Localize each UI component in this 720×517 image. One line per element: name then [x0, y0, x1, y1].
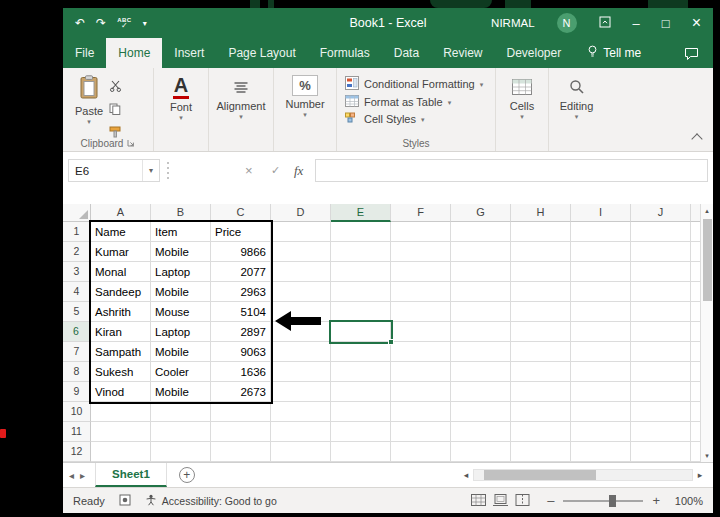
clipboard-dialog-launcher-icon[interactable]: [127, 138, 135, 149]
vertical-scrollbar[interactable]: ▴ ▾: [700, 204, 713, 462]
scroll-up-icon[interactable]: ▴: [701, 204, 713, 217]
name-box[interactable]: E6 ▾: [68, 159, 160, 182]
col-header-F[interactable]: F: [391, 204, 451, 222]
cell-C3[interactable]: 2077: [211, 262, 271, 282]
close-button[interactable]: ×: [692, 15, 701, 31]
qat-customize-icon[interactable]: ▾: [143, 19, 147, 28]
row-header-11[interactable]: 11: [63, 422, 91, 442]
editing-button[interactable]: Editing ▾: [549, 75, 604, 120]
cell-C9[interactable]: 2673: [211, 382, 271, 402]
accessibility-status[interactable]: Accessibility: Good to go: [145, 494, 277, 508]
add-sheet-button[interactable]: +: [179, 467, 195, 483]
row-header-10[interactable]: 10: [63, 402, 91, 422]
cell-styles-button[interactable]: Cell Styles ▾: [345, 112, 495, 126]
row-header-5[interactable]: 5: [63, 302, 91, 322]
number-button[interactable]: % Number ▾: [274, 75, 336, 118]
paste-button[interactable]: Paste ▾: [75, 75, 103, 142]
col-header-G[interactable]: G: [451, 204, 511, 222]
cell-B7[interactable]: Mobile: [151, 342, 211, 362]
copy-icon[interactable]: [109, 101, 122, 119]
cell-C4[interactable]: 2963: [211, 282, 271, 302]
cell-B8[interactable]: Cooler: [151, 362, 211, 382]
zoom-level[interactable]: 100%: [669, 495, 703, 507]
cell-A2[interactable]: Kumar: [91, 242, 151, 262]
zoom-slider-thumb[interactable]: [609, 495, 616, 507]
fill-handle[interactable]: [388, 339, 394, 345]
col-header-A[interactable]: A: [91, 204, 151, 222]
col-header-E[interactable]: E: [331, 204, 391, 222]
tab-insert[interactable]: Insert: [162, 38, 216, 68]
cell-A7[interactable]: Sampath: [91, 342, 151, 362]
horizontal-scroll-track[interactable]: [473, 469, 693, 481]
row-header-8[interactable]: 8: [63, 362, 91, 382]
horizontal-scrollbar[interactable]: ◂ ▸: [459, 468, 707, 482]
tell-me[interactable]: Tell me: [587, 38, 641, 68]
sheet-tab-sheet1[interactable]: Sheet1: [95, 463, 167, 487]
col-header-J[interactable]: J: [631, 204, 691, 222]
user-name[interactable]: NIRMAL: [491, 17, 534, 29]
cell-B1[interactable]: Item: [151, 222, 211, 242]
undo-icon[interactable]: ↶: [75, 16, 85, 30]
tab-page-layout[interactable]: Page Layout: [216, 38, 307, 68]
formula-input[interactable]: [315, 159, 708, 182]
col-header-D[interactable]: D: [271, 204, 331, 222]
cell-B9[interactable]: Mobile: [151, 382, 211, 402]
cut-icon[interactable]: [109, 78, 122, 96]
cell-A3[interactable]: Monal: [91, 262, 151, 282]
maximize-button[interactable]: □: [662, 17, 670, 30]
collapse-ribbon-icon[interactable]: [691, 133, 702, 144]
select-all-corner[interactable]: [63, 204, 91, 222]
cell-C6[interactable]: 2897: [211, 322, 271, 342]
conditional-formatting-button[interactable]: Conditional Formatting ▾: [345, 76, 495, 92]
cell-A4[interactable]: Sandeep: [91, 282, 151, 302]
normal-view-icon[interactable]: [471, 494, 486, 508]
spelling-icon[interactable]: ABC ✓: [117, 17, 132, 30]
col-header-C[interactable]: C: [211, 204, 271, 222]
cell-C1[interactable]: Price: [211, 222, 271, 242]
row-header-7[interactable]: 7: [63, 342, 91, 362]
zoom-slider[interactable]: [563, 500, 643, 502]
page-layout-view-icon[interactable]: [493, 494, 508, 508]
selected-cell-E6[interactable]: [329, 320, 393, 344]
row-header-6[interactable]: 6: [63, 322, 91, 342]
scroll-right-icon[interactable]: ▸: [693, 470, 707, 480]
row-header-2[interactable]: 2: [63, 242, 91, 262]
tab-formulas[interactable]: Formulas: [308, 38, 382, 68]
row-header-3[interactable]: 3: [63, 262, 91, 282]
row-header-12[interactable]: 12: [63, 442, 91, 462]
tab-home[interactable]: Home: [106, 38, 162, 68]
cell-B2[interactable]: Mobile: [151, 242, 211, 262]
enter-icon[interactable]: ✓: [271, 159, 280, 182]
macro-record-icon[interactable]: [119, 494, 131, 508]
cell-B4[interactable]: Mobile: [151, 282, 211, 302]
cell-A9[interactable]: Vinod: [91, 382, 151, 402]
cell-C7[interactable]: 9063: [211, 342, 271, 362]
cell-C5[interactable]: 5104: [211, 302, 271, 322]
cell-B3[interactable]: Laptop: [151, 262, 211, 282]
page-break-view-icon[interactable]: [515, 494, 530, 508]
col-header-I[interactable]: I: [571, 204, 631, 222]
cell-C8[interactable]: 1636: [211, 362, 271, 382]
insert-function-icon[interactable]: fx: [294, 159, 303, 182]
zoom-out-icon[interactable]: –: [547, 493, 554, 508]
col-header-B[interactable]: B: [151, 204, 211, 222]
zoom-in-icon[interactable]: +: [652, 493, 660, 508]
tab-data[interactable]: Data: [382, 38, 431, 68]
scroll-down-icon[interactable]: ▾: [701, 449, 713, 462]
cancel-icon[interactable]: ×: [245, 159, 253, 182]
row-header-1[interactable]: 1: [63, 222, 91, 242]
tab-review[interactable]: Review: [431, 38, 494, 68]
font-button[interactable]: A Font ▾: [154, 75, 208, 121]
row-header-4[interactable]: 4: [63, 282, 91, 302]
horizontal-scroll-thumb[interactable]: [484, 470, 596, 480]
name-box-dropdown-icon[interactable]: ▾: [142, 160, 159, 181]
cell-A8[interactable]: Sukesh: [91, 362, 151, 382]
comments-icon[interactable]: [684, 38, 699, 68]
tab-file[interactable]: File: [63, 38, 106, 68]
user-avatar[interactable]: N: [557, 13, 577, 33]
vertical-scroll-thumb[interactable]: [703, 219, 712, 301]
cell-C2[interactable]: 9866: [211, 242, 271, 262]
sheet-nav-right-icon[interactable]: ▸: [80, 470, 91, 481]
ribbon-display-options-icon[interactable]: [599, 16, 611, 30]
cell-A1[interactable]: Name: [91, 222, 151, 242]
